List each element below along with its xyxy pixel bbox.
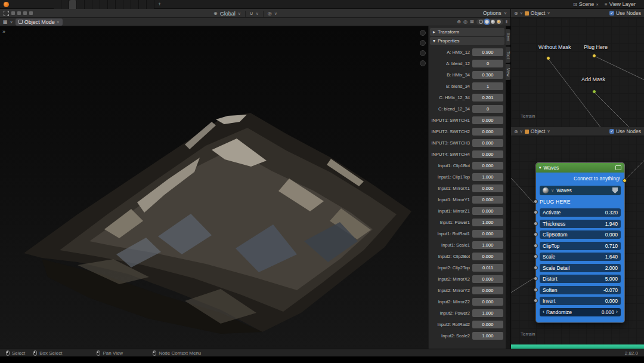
workspace-tab[interactable] bbox=[131, 0, 139, 9]
options-dropdown[interactable]: Options bbox=[483, 10, 501, 16]
name-input[interactable]: Waves bbox=[556, 187, 572, 193]
property-value-field[interactable]: 0.000 bbox=[472, 116, 503, 124]
plug-input-socket[interactable] bbox=[534, 199, 538, 204]
workspace-tab[interactable] bbox=[116, 0, 123, 9]
shading-wireframe-icon[interactable] bbox=[479, 20, 483, 24]
viewport-canvas[interactable]: » ▸ Transform ▾ Properties A: HMix_12 bbox=[0, 26, 510, 349]
output-socket[interactable] bbox=[623, 179, 627, 183]
tool-option-icon[interactable] bbox=[17, 11, 21, 15]
workspace-tab[interactable] bbox=[100, 0, 108, 9]
shading-material-icon[interactable] bbox=[491, 20, 495, 24]
param-input-socket[interactable] bbox=[534, 276, 538, 281]
node-param-row[interactable]: ‹ Invert 0.000 › bbox=[540, 297, 621, 305]
node-param-row[interactable]: ‹ Soften -0.070 › bbox=[540, 286, 621, 294]
node-label-plug-here[interactable]: Plug Here bbox=[584, 44, 608, 50]
workspace-tab[interactable] bbox=[147, 0, 154, 9]
property-value-field[interactable]: 0.300 bbox=[472, 71, 503, 79]
use-nodes-checkbox[interactable]: ✓ bbox=[609, 11, 614, 16]
header-overflow-icon[interactable]: ‖ bbox=[506, 19, 507, 24]
workspace-tab[interactable] bbox=[77, 0, 85, 9]
property-value-field[interactable]: 0.000 bbox=[472, 196, 503, 204]
param-input-socket[interactable] bbox=[534, 288, 538, 292]
param-input-socket[interactable] bbox=[534, 254, 538, 259]
param-input-socket[interactable] bbox=[534, 222, 538, 226]
chevron-down-icon[interactable]: ∨ bbox=[256, 11, 259, 16]
param-input-socket[interactable] bbox=[534, 232, 538, 236]
property-value-field[interactable]: 0.000 bbox=[472, 207, 503, 215]
chevron-down-icon[interactable]: ∨ bbox=[238, 11, 241, 16]
param-input-socket[interactable] bbox=[534, 266, 538, 270]
snap-magnet-icon[interactable]: ∪ bbox=[250, 11, 253, 16]
node-canvas-top[interactable]: Without Mask Plug Here Add Mask Terrain bbox=[511, 18, 644, 127]
sidebar-tab[interactable]: Item bbox=[506, 29, 510, 45]
property-value-field[interactable]: 1 bbox=[472, 82, 503, 90]
node-param-row[interactable]: ‹ ClipBottom 0.000 › bbox=[540, 230, 621, 239]
view-layer-selector[interactable]: View Layer bbox=[609, 1, 636, 7]
zoom-icon[interactable] bbox=[420, 40, 426, 46]
chevron-down-icon[interactable]: ∨ bbox=[274, 11, 277, 16]
add-workspace-button[interactable]: + bbox=[154, 1, 165, 7]
property-value-field[interactable]: 0 bbox=[472, 60, 503, 67]
node-name-field[interactable]: ∨ Waves bbox=[540, 186, 621, 195]
node-param-row[interactable]: ‹ ClipTop 0.710 › bbox=[540, 242, 621, 250]
property-value-field[interactable]: 0.000 bbox=[472, 128, 503, 136]
shading-rendered-icon[interactable] bbox=[497, 20, 501, 24]
node-label-without-mask[interactable]: Without Mask bbox=[538, 44, 571, 50]
property-value-field[interactable]: 1.000 bbox=[472, 241, 503, 249]
tool-option-icon[interactable] bbox=[23, 11, 27, 15]
active-tool-icon[interactable] bbox=[4, 11, 9, 16]
property-value-field[interactable]: 0.011 bbox=[472, 264, 503, 272]
nav-gizmo-icon[interactable] bbox=[420, 30, 426, 36]
node-param-row[interactable]: ‹ Scale 1.640 › bbox=[540, 253, 621, 261]
param-input-socket[interactable] bbox=[534, 244, 538, 248]
object-dropdown[interactable]: Object bbox=[531, 10, 546, 16]
mode-dropdown[interactable]: Object Mode ∨ bbox=[16, 19, 63, 26]
node-label-add-mask[interactable]: Add Mask bbox=[581, 76, 605, 82]
editor-type-icon[interactable]: ⊛ bbox=[514, 129, 518, 134]
tool-option-icon[interactable] bbox=[29, 11, 33, 15]
waves-node[interactable]: ▾ Waves Connect to anything! ∨ Waves PLU… bbox=[536, 163, 624, 322]
xray-toggle-icon[interactable]: ⊠ bbox=[470, 19, 474, 24]
object-dropdown[interactable]: Object bbox=[531, 128, 546, 134]
browse-material-icon[interactable] bbox=[543, 187, 549, 193]
node-param-row[interactable]: ‹ Activate 0.320 › bbox=[540, 208, 621, 217]
workspace-tab[interactable] bbox=[85, 0, 92, 9]
workspace-tab[interactable] bbox=[139, 0, 147, 9]
scene-selector[interactable]: Scene bbox=[579, 1, 595, 7]
workspace-tab[interactable] bbox=[69, 0, 77, 9]
chevron-down-icon[interactable]: ∨ bbox=[551, 188, 554, 193]
workspace-tab[interactable] bbox=[54, 0, 61, 9]
sidebar-tab[interactable]: View bbox=[506, 64, 510, 80]
stepper-left-icon[interactable]: ‹ bbox=[543, 309, 544, 315]
chevron-down-icon[interactable]: ∨ bbox=[520, 129, 523, 134]
socket-plug-here[interactable] bbox=[592, 54, 596, 58]
socket-add-mask[interactable] bbox=[592, 90, 596, 94]
property-value-field[interactable]: 0.000 bbox=[472, 139, 503, 147]
param-input-socket[interactable] bbox=[534, 299, 538, 303]
unlink-scene-icon[interactable]: × bbox=[596, 2, 599, 7]
property-value-field[interactable]: 1.000 bbox=[472, 173, 503, 181]
node-param-row[interactable]: ‹ Thickness 1.940 › bbox=[540, 220, 621, 228]
terrain-mesh[interactable] bbox=[6, 62, 429, 343]
node-preview-icon[interactable] bbox=[615, 165, 621, 170]
camera-view-icon[interactable] bbox=[420, 60, 426, 66]
property-value-field[interactable]: 1.000 bbox=[472, 332, 503, 340]
tool-option-icon[interactable] bbox=[11, 11, 15, 15]
property-value-field[interactable]: 1.000 bbox=[472, 309, 503, 317]
node-canvas-bottom[interactable]: ▾ Waves Connect to anything! ∨ Waves PLU… bbox=[511, 136, 644, 349]
property-value-field[interactable]: 0.000 bbox=[472, 298, 503, 306]
overlays-toggle-icon[interactable]: ◎ bbox=[463, 19, 467, 24]
property-value-field[interactable]: 0.000 bbox=[472, 184, 503, 192]
editor-type-icon[interactable]: ▦ bbox=[3, 19, 8, 24]
workspace-tab[interactable] bbox=[123, 0, 131, 9]
property-value-field[interactable]: 0.900 bbox=[472, 48, 503, 56]
fake-user-shield-icon[interactable] bbox=[612, 187, 618, 193]
waves-node-header[interactable]: ▾ Waves bbox=[536, 163, 624, 173]
chevron-down-icon[interactable]: ∨ bbox=[547, 129, 550, 134]
transform-orientation-dropdown[interactable]: Global bbox=[220, 11, 236, 17]
chevron-down-icon[interactable]: ∨ bbox=[10, 20, 13, 24]
workspace-tab[interactable] bbox=[92, 0, 100, 9]
property-value-field[interactable]: 0.000 bbox=[472, 321, 503, 328]
shading-solid-icon[interactable] bbox=[485, 20, 489, 24]
toolbar-expand-icon[interactable]: » bbox=[2, 29, 5, 35]
